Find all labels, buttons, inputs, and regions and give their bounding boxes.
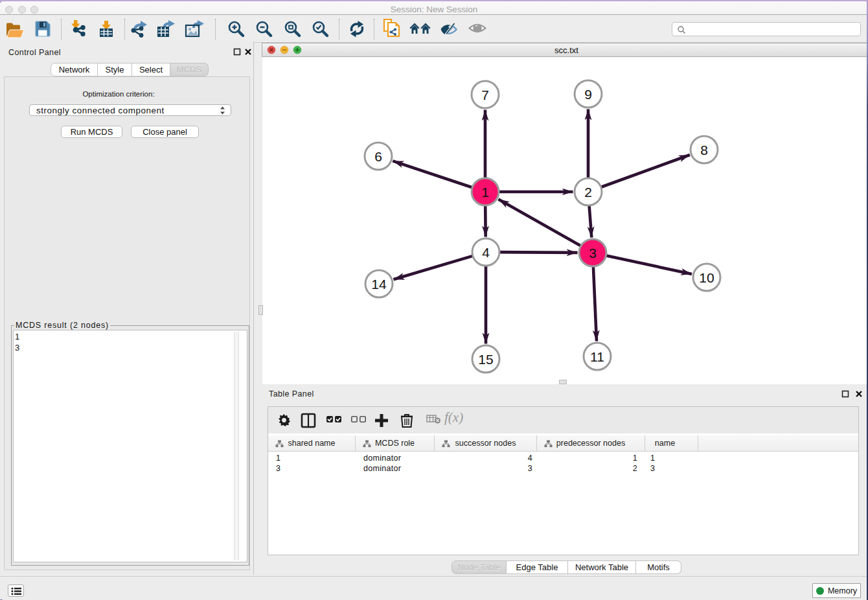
svg-text:9: 9 xyxy=(584,87,592,102)
svg-text:7: 7 xyxy=(481,87,489,102)
svg-text:1: 1 xyxy=(481,185,489,200)
svg-text:8: 8 xyxy=(700,143,708,157)
svg-text:2: 2 xyxy=(584,185,592,200)
svg-text:10: 10 xyxy=(699,270,714,285)
svg-text:11: 11 xyxy=(590,349,604,364)
svg-text:15: 15 xyxy=(478,352,493,367)
svg-text:4: 4 xyxy=(482,245,490,260)
svg-text:14: 14 xyxy=(371,277,387,292)
svg-text:6: 6 xyxy=(374,149,382,164)
svg-text:3: 3 xyxy=(589,246,597,260)
